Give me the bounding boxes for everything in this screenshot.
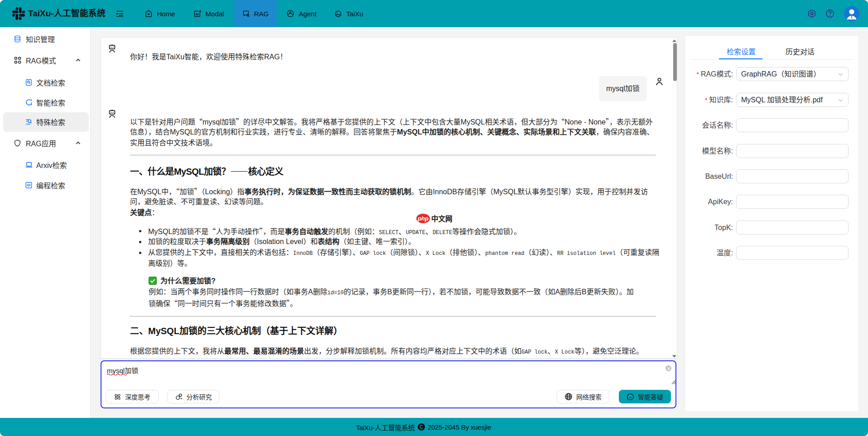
svg-text:中文网: 中文网 (431, 215, 453, 223)
svg-text:php: php (417, 215, 429, 222)
svg-text:C: C (420, 425, 423, 430)
svg-text:AI: AI (195, 12, 199, 16)
